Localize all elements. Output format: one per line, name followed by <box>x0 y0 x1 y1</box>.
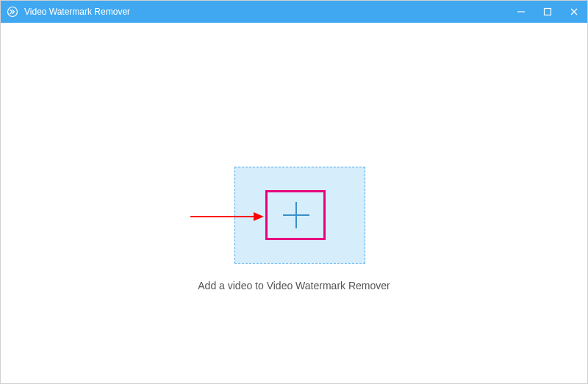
app-window: Video Watermark Remover Add a video to V… <box>0 0 588 384</box>
instruction-text: Add a video to Video Watermark Remover <box>1 280 587 291</box>
app-logo-icon <box>7 6 18 18</box>
add-video-dropzone[interactable] <box>234 167 365 264</box>
maximize-button[interactable] <box>534 1 561 23</box>
app-title: Video Watermark Remover <box>24 7 130 17</box>
main-content: Add a video to Video Watermark Remover <box>1 23 587 383</box>
titlebar: Video Watermark Remover <box>1 1 587 23</box>
svg-rect-2 <box>545 9 551 15</box>
minimize-button[interactable] <box>508 1 534 23</box>
close-button[interactable] <box>561 1 587 23</box>
